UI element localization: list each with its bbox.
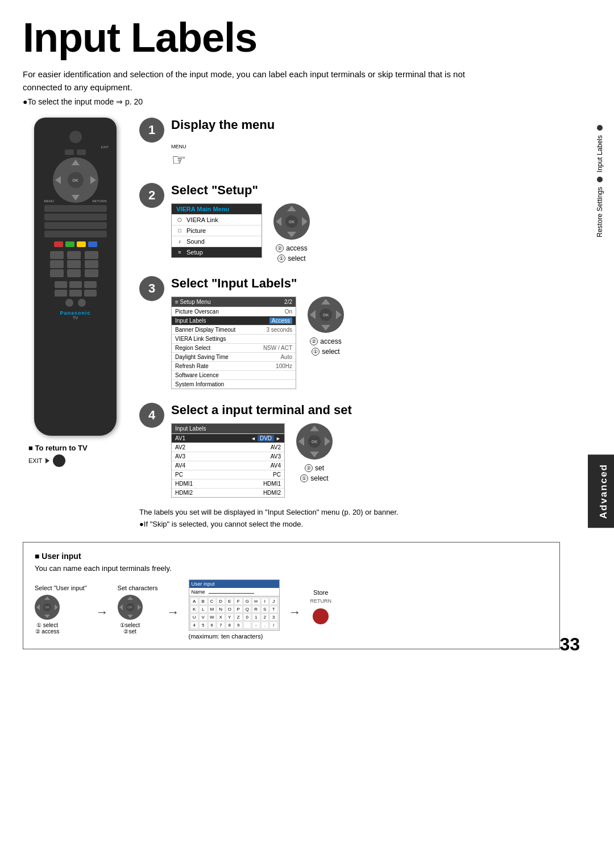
- num-9[interactable]: [85, 269, 98, 277]
- ok-center-4[interactable]: OK: [308, 435, 321, 448]
- remote-misc-btn-3[interactable]: [84, 281, 97, 288]
- remote-small-btn-2[interactable]: [77, 149, 86, 155]
- dpad[interactable]: OK: [53, 157, 98, 203]
- remote-top-btn[interactable]: [69, 131, 82, 143]
- char-C[interactable]: C: [208, 598, 217, 605]
- char-R[interactable]: R: [252, 606, 260, 613]
- yellow-btn[interactable]: [77, 241, 86, 247]
- remote-rect-btn-2[interactable]: [44, 214, 107, 220]
- hdmi2-row[interactable]: HDMI2 HDMI2: [172, 488, 284, 497]
- num-3[interactable]: [85, 251, 98, 259]
- char-9[interactable]: 9: [234, 621, 243, 629]
- mini-ok-center-1[interactable]: OK: [43, 603, 51, 611]
- char-4[interactable]: 4: [190, 621, 199, 629]
- remote-misc-btn-5[interactable]: [69, 290, 82, 297]
- char-E[interactable]: E: [226, 598, 234, 605]
- char-Z[interactable]: Z: [234, 614, 243, 621]
- mini-ok-2[interactable]: OK: [118, 595, 143, 620]
- char-K[interactable]: K: [190, 606, 199, 613]
- char-F[interactable]: F: [234, 598, 243, 605]
- char-1[interactable]: 1: [252, 614, 260, 621]
- char-I[interactable]: I: [261, 598, 269, 605]
- remote-small-btn-1[interactable]: [65, 149, 74, 155]
- char-Y[interactable]: Y: [226, 614, 234, 621]
- char-L[interactable]: L: [199, 606, 208, 613]
- ok-button-4[interactable]: OK: [296, 423, 333, 460]
- remote-rect-btn-1[interactable]: [44, 205, 107, 212]
- mini-ok-1[interactable]: OK: [35, 595, 60, 620]
- exit-btn[interactable]: [53, 454, 65, 467]
- dpad-right[interactable]: [90, 176, 96, 184]
- dpad-down[interactable]: [72, 195, 80, 201]
- hdmi1-row[interactable]: HDMI1 HDMI1: [172, 479, 284, 488]
- char-V[interactable]: V: [199, 614, 208, 621]
- num-4[interactable]: [50, 260, 64, 268]
- char-dot[interactable]: .: [261, 621, 269, 629]
- char-T[interactable]: T: [269, 606, 278, 613]
- remote-circle-btn-1[interactable]: [65, 299, 73, 307]
- pc-row[interactable]: PC PC: [172, 470, 284, 479]
- dpad-left[interactable]: [55, 176, 61, 184]
- char-8[interactable]: 8: [226, 621, 234, 629]
- char-A[interactable]: A: [190, 598, 199, 605]
- char-N[interactable]: N: [217, 606, 225, 613]
- remote-misc-btn-4[interactable]: [55, 290, 67, 297]
- remote-misc-btn-6[interactable]: [84, 290, 97, 297]
- ok-button-2[interactable]: OK: [273, 203, 310, 240]
- char-7[interactable]: 7: [217, 621, 225, 629]
- char-6[interactable]: 6: [208, 621, 217, 629]
- char-D[interactable]: D: [217, 598, 225, 605]
- char-select-label: ①select: [120, 622, 140, 628]
- av3-row[interactable]: AV3 AV3: [172, 452, 284, 461]
- av2-row[interactable]: AV2 AV2: [172, 443, 284, 452]
- select-label-4: ① select: [300, 474, 328, 482]
- ok-button-3[interactable]: OK: [308, 297, 344, 333]
- char-J[interactable]: J: [269, 598, 278, 605]
- num-6[interactable]: [85, 260, 98, 268]
- char-0[interactable]: 0: [243, 614, 252, 621]
- setup-menu-title: ≡ Setup Menu: [175, 299, 211, 305]
- circle-1-4: ①: [300, 474, 308, 482]
- name-input-field[interactable]: [209, 593, 254, 594]
- green-btn[interactable]: [65, 241, 74, 247]
- remote-misc-btn-2[interactable]: [69, 281, 82, 288]
- num-8[interactable]: [67, 269, 81, 277]
- num-1[interactable]: [50, 251, 64, 259]
- remote-circle-btn-2[interactable]: [78, 299, 86, 307]
- red-btn[interactable]: [54, 241, 63, 247]
- char-slash[interactable]: /: [269, 621, 278, 629]
- remote-rect-btn-3[interactable]: [44, 222, 107, 229]
- char-G[interactable]: G: [243, 598, 252, 605]
- char-space[interactable]: [243, 621, 252, 629]
- num-2[interactable]: [67, 251, 81, 259]
- char-5[interactable]: 5: [199, 621, 208, 629]
- remote-misc-btn-1[interactable]: [55, 281, 67, 288]
- ok-center-3[interactable]: OK: [320, 308, 332, 321]
- char-H[interactable]: H: [252, 598, 260, 605]
- return-btn[interactable]: [313, 608, 329, 624]
- char-U[interactable]: U: [190, 614, 199, 621]
- input-labels-row[interactable]: Input Labels Access: [172, 316, 296, 325]
- num-7[interactable]: [50, 269, 64, 277]
- circle-access-label: ② access: [35, 628, 60, 635]
- char-X[interactable]: X: [217, 614, 225, 621]
- char-P[interactable]: P: [234, 606, 243, 613]
- ok-center-2[interactable]: OK: [285, 215, 298, 228]
- char-M[interactable]: M: [208, 606, 217, 613]
- remote-rect-btn-4[interactable]: [44, 231, 107, 237]
- blue-btn[interactable]: [88, 241, 97, 247]
- char-Q[interactable]: Q: [243, 606, 252, 613]
- char-O[interactable]: O: [226, 606, 234, 613]
- av4-row[interactable]: AV4 AV4: [172, 461, 284, 470]
- char-S[interactable]: S: [261, 606, 269, 613]
- dpad-ok[interactable]: OK: [68, 172, 84, 188]
- av1-row[interactable]: AV1 ◄ DVD ►: [172, 433, 284, 443]
- dpad-up[interactable]: [72, 160, 80, 165]
- char-dash[interactable]: -: [252, 621, 260, 629]
- num-5[interactable]: [67, 260, 81, 268]
- char-2[interactable]: 2: [261, 614, 269, 621]
- char-W[interactable]: W: [208, 614, 217, 621]
- char-3[interactable]: 3: [269, 614, 278, 621]
- mini-ok-center-2[interactable]: OK: [126, 603, 134, 611]
- char-B[interactable]: B: [199, 598, 208, 605]
